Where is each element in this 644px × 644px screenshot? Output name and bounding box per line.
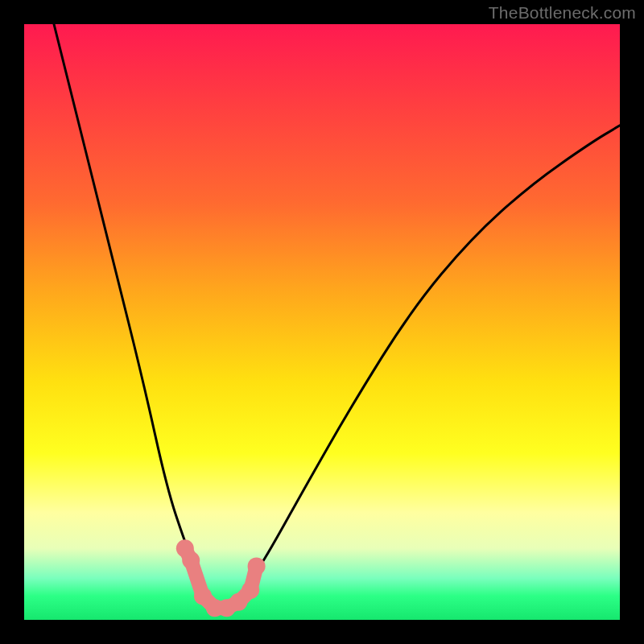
marker-points	[176, 539, 266, 617]
bottleneck-curve	[54, 24, 620, 606]
chart-svg	[24, 24, 620, 620]
marker-dot	[182, 551, 200, 569]
marker-dot	[242, 581, 259, 599]
plot-area	[24, 24, 620, 620]
marker-dot	[248, 557, 266, 575]
chart-frame: TheBottleneck.com	[0, 0, 644, 644]
watermark-text: TheBottleneck.com	[489, 3, 636, 23]
